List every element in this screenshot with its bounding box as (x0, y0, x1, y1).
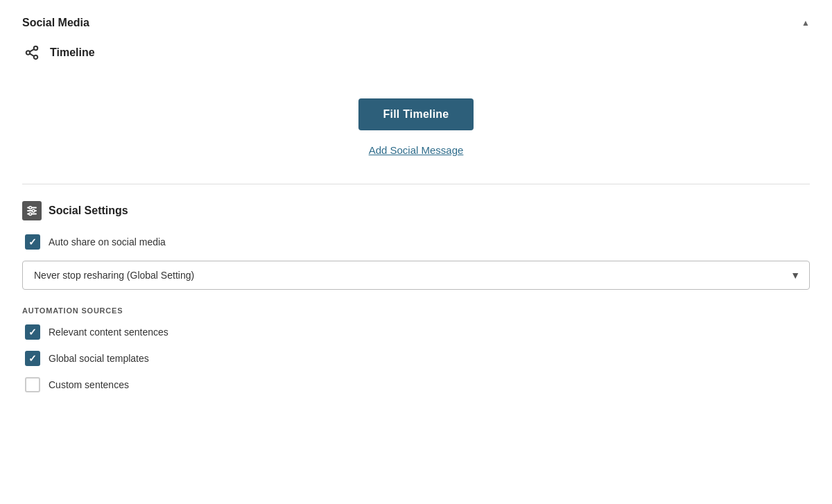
auto-share-checkbox[interactable]: ✓ (25, 234, 40, 250)
resharing-dropdown[interactable]: Never stop resharing (Global Setting) St… (22, 261, 810, 290)
social-settings-icon (22, 201, 42, 220)
svg-line-3 (30, 53, 34, 56)
page-title: Social Media (22, 17, 89, 29)
timeline-section: Timeline (22, 43, 810, 62)
custom-sentences-row: Custom sentences (25, 377, 810, 392)
custom-sentences-label: Custom sentences (49, 379, 129, 390)
auto-share-label: Auto share on social media (49, 236, 166, 247)
custom-sentences-checkbox[interactable] (25, 377, 40, 392)
relevant-content-checkbox[interactable]: ✓ (25, 324, 40, 340)
section-header: Social Media ▲ (22, 17, 810, 29)
svg-point-9 (32, 209, 35, 212)
relevant-content-row: ✓ Relevant content sentences (25, 324, 810, 340)
automation-sources-label: AUTOMATION SOURCES (22, 306, 810, 315)
svg-point-8 (29, 207, 32, 209)
social-settings-title: Social Settings (49, 205, 128, 217)
global-templates-checkbox[interactable]: ✓ (25, 351, 40, 366)
global-templates-label: Global social templates (49, 353, 149, 364)
checkmark-icon: ✓ (28, 237, 37, 247)
timeline-content: Fill Timeline Add Social Message (22, 85, 810, 178)
checkmark-icon: ✓ (28, 354, 37, 363)
resharing-dropdown-wrapper: Never stop resharing (Global Setting) St… (22, 261, 810, 290)
svg-point-10 (29, 213, 32, 216)
timeline-label: Timeline (50, 46, 95, 59)
svg-line-4 (30, 49, 34, 52)
global-templates-row: ✓ Global social templates (25, 351, 810, 366)
fill-timeline-button[interactable]: Fill Timeline (358, 98, 474, 130)
collapse-icon[interactable]: ▲ (801, 18, 810, 28)
page-container: Social Media ▲ Timeline Fill Timeline Ad… (0, 0, 832, 504)
share-icon (22, 43, 42, 62)
checkmark-icon: ✓ (28, 327, 37, 337)
relevant-content-label: Relevant content sentences (49, 327, 168, 338)
add-social-message-link[interactable]: Add Social Message (369, 144, 464, 156)
auto-share-row: ✓ Auto share on social media (25, 234, 810, 250)
settings-header: Social Settings (22, 201, 810, 220)
social-settings-section: Social Settings ✓ Auto share on social m… (22, 201, 810, 392)
section-divider (22, 184, 810, 184)
